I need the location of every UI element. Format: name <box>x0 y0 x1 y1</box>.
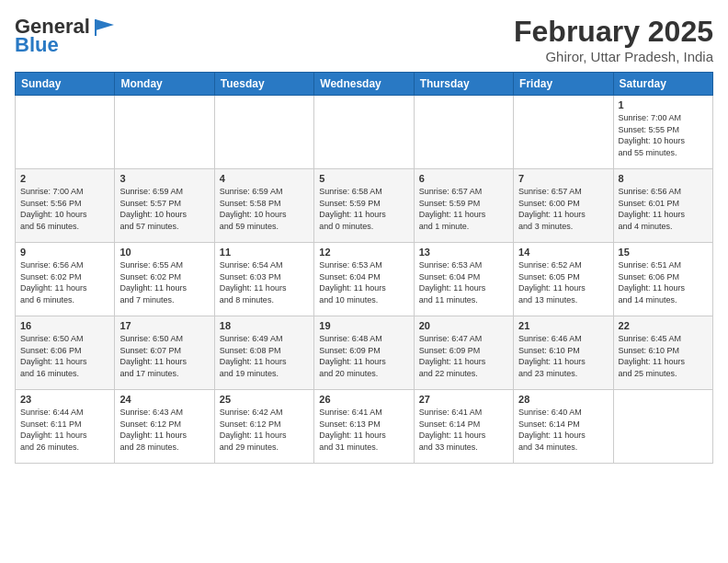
day-number: 7 <box>518 173 608 184</box>
weekday-header-sunday: Sunday <box>16 73 115 96</box>
calendar-day-cell: 9Sunrise: 6:56 AM Sunset: 6:02 PM Daylig… <box>16 243 115 316</box>
calendar-day-cell: 19Sunrise: 6:48 AM Sunset: 6:09 PM Dayli… <box>314 316 414 390</box>
day-info: Sunrise: 6:47 AM Sunset: 6:09 PM Dayligh… <box>419 333 508 379</box>
calendar-subtitle: Ghiror, Uttar Pradesh, India <box>514 49 713 64</box>
calendar-day-cell: 5Sunrise: 6:58 AM Sunset: 5:59 PM Daylig… <box>314 169 414 243</box>
calendar-week-row: 16Sunrise: 6:50 AM Sunset: 6:06 PM Dayli… <box>16 316 713 390</box>
day-info: Sunrise: 6:52 AM Sunset: 6:05 PM Dayligh… <box>518 259 608 305</box>
calendar-day-cell: 16Sunrise: 6:50 AM Sunset: 6:06 PM Dayli… <box>16 316 115 390</box>
calendar-day-cell: 24Sunrise: 6:43 AM Sunset: 6:12 PM Dayli… <box>115 390 214 464</box>
calendar-day-cell: 15Sunrise: 6:51 AM Sunset: 6:06 PM Dayli… <box>613 243 712 316</box>
day-info: Sunrise: 6:44 AM Sunset: 6:11 PM Dayligh… <box>20 407 109 453</box>
day-info: Sunrise: 6:40 AM Sunset: 6:14 PM Dayligh… <box>518 407 608 453</box>
calendar-table: SundayMondayTuesdayWednesdayThursdayFrid… <box>15 72 713 464</box>
calendar-day-cell: 18Sunrise: 6:49 AM Sunset: 6:08 PM Dayli… <box>214 316 313 390</box>
calendar-day-cell: 28Sunrise: 6:40 AM Sunset: 6:14 PM Dayli… <box>514 390 613 464</box>
calendar-day-cell: 26Sunrise: 6:41 AM Sunset: 6:13 PM Dayli… <box>314 390 414 464</box>
day-info: Sunrise: 6:53 AM Sunset: 6:04 PM Dayligh… <box>319 259 408 305</box>
day-info: Sunrise: 6:42 AM Sunset: 6:12 PM Dayligh… <box>220 407 309 453</box>
day-info: Sunrise: 6:57 AM Sunset: 5:59 PM Dayligh… <box>419 186 508 232</box>
day-info: Sunrise: 6:51 AM Sunset: 6:06 PM Dayligh… <box>619 259 708 305</box>
day-number: 18 <box>220 320 309 331</box>
weekday-header-friday: Friday <box>514 73 613 96</box>
day-info: Sunrise: 6:56 AM Sunset: 6:02 PM Dayligh… <box>20 259 109 305</box>
calendar-day-cell: 14Sunrise: 6:52 AM Sunset: 6:05 PM Dayli… <box>514 243 613 316</box>
day-number: 3 <box>119 173 209 184</box>
calendar-week-row: 9Sunrise: 6:56 AM Sunset: 6:02 PM Daylig… <box>16 243 713 316</box>
day-info: Sunrise: 6:57 AM Sunset: 6:00 PM Dayligh… <box>518 186 608 232</box>
day-info: Sunrise: 7:00 AM Sunset: 5:56 PM Dayligh… <box>20 186 109 232</box>
day-info: Sunrise: 6:50 AM Sunset: 6:07 PM Dayligh… <box>119 333 209 379</box>
calendar-day-cell: 8Sunrise: 6:56 AM Sunset: 6:01 PM Daylig… <box>613 169 712 243</box>
day-info: Sunrise: 6:41 AM Sunset: 6:14 PM Dayligh… <box>419 407 508 453</box>
day-number: 8 <box>619 173 708 184</box>
day-info: Sunrise: 6:50 AM Sunset: 6:06 PM Dayligh… <box>20 333 109 379</box>
calendar-day-cell: 2Sunrise: 7:00 AM Sunset: 5:56 PM Daylig… <box>16 169 115 243</box>
calendar-day-cell: 17Sunrise: 6:50 AM Sunset: 6:07 PM Dayli… <box>115 316 214 390</box>
calendar-day-cell: 1Sunrise: 7:00 AM Sunset: 5:55 PM Daylig… <box>613 96 712 169</box>
day-info: Sunrise: 6:48 AM Sunset: 6:09 PM Dayligh… <box>319 333 408 379</box>
calendar-day-cell: 22Sunrise: 6:45 AM Sunset: 6:10 PM Dayli… <box>613 316 712 390</box>
weekday-header-wednesday: Wednesday <box>314 73 414 96</box>
calendar-day-cell: 6Sunrise: 6:57 AM Sunset: 5:59 PM Daylig… <box>414 169 513 243</box>
calendar-week-row: 23Sunrise: 6:44 AM Sunset: 6:11 PM Dayli… <box>16 390 713 464</box>
day-number: 11 <box>220 247 309 258</box>
day-info: Sunrise: 6:54 AM Sunset: 6:03 PM Dayligh… <box>220 259 309 305</box>
day-info: Sunrise: 6:59 AM Sunset: 5:57 PM Dayligh… <box>119 186 209 232</box>
day-number: 13 <box>419 247 508 258</box>
day-number: 2 <box>20 173 109 184</box>
day-number: 26 <box>319 394 408 405</box>
calendar-day-cell: 7Sunrise: 6:57 AM Sunset: 6:00 PM Daylig… <box>514 169 613 243</box>
day-number: 12 <box>319 247 408 258</box>
calendar-title: February 2025 <box>514 15 713 49</box>
day-info: Sunrise: 7:00 AM Sunset: 5:55 PM Dayligh… <box>619 112 708 158</box>
day-number: 21 <box>518 320 608 331</box>
calendar-day-cell <box>514 96 613 169</box>
day-number: 14 <box>518 247 608 258</box>
day-info: Sunrise: 6:43 AM Sunset: 6:12 PM Dayligh… <box>119 407 209 453</box>
calendar-day-cell: 11Sunrise: 6:54 AM Sunset: 6:03 PM Dayli… <box>214 243 313 316</box>
title-block: February 2025 Ghiror, Uttar Pradesh, Ind… <box>514 15 713 64</box>
day-number: 6 <box>419 173 508 184</box>
day-number: 20 <box>419 320 508 331</box>
calendar-day-cell: 12Sunrise: 6:53 AM Sunset: 6:04 PM Dayli… <box>314 243 414 316</box>
weekday-header-monday: Monday <box>115 73 214 96</box>
day-info: Sunrise: 6:56 AM Sunset: 6:01 PM Dayligh… <box>619 186 708 232</box>
calendar-day-cell: 10Sunrise: 6:55 AM Sunset: 6:02 PM Dayli… <box>115 243 214 316</box>
calendar-day-cell: 21Sunrise: 6:46 AM Sunset: 6:10 PM Dayli… <box>514 316 613 390</box>
day-info: Sunrise: 6:53 AM Sunset: 6:04 PM Dayligh… <box>419 259 508 305</box>
day-number: 4 <box>220 173 309 184</box>
calendar-week-row: 2Sunrise: 7:00 AM Sunset: 5:56 PM Daylig… <box>16 169 713 243</box>
day-number: 28 <box>518 394 608 405</box>
weekday-header-tuesday: Tuesday <box>214 73 313 96</box>
logo-blue: Blue <box>15 33 59 57</box>
day-number: 1 <box>619 99 708 110</box>
day-info: Sunrise: 6:41 AM Sunset: 6:13 PM Dayligh… <box>319 407 408 453</box>
day-number: 10 <box>119 247 209 258</box>
svg-marker-0 <box>96 19 114 30</box>
day-info: Sunrise: 6:45 AM Sunset: 6:10 PM Dayligh… <box>619 333 708 379</box>
weekday-header-row: SundayMondayTuesdayWednesdayThursdayFrid… <box>16 73 713 96</box>
day-number: 25 <box>220 394 309 405</box>
day-info: Sunrise: 6:59 AM Sunset: 5:58 PM Dayligh… <box>220 186 309 232</box>
day-number: 24 <box>119 394 209 405</box>
logo: General Blue <box>15 15 118 57</box>
day-number: 17 <box>119 320 209 331</box>
day-number: 9 <box>20 247 109 258</box>
calendar-day-cell: 3Sunrise: 6:59 AM Sunset: 5:57 PM Daylig… <box>115 169 214 243</box>
day-number: 15 <box>619 247 708 258</box>
day-info: Sunrise: 6:55 AM Sunset: 6:02 PM Dayligh… <box>119 259 209 305</box>
day-number: 5 <box>319 173 408 184</box>
calendar-day-cell <box>214 96 313 169</box>
day-number: 27 <box>419 394 508 405</box>
logo-flag-icon <box>92 17 118 36</box>
calendar-day-cell <box>314 96 414 169</box>
calendar-day-cell <box>16 96 115 169</box>
day-number: 16 <box>20 320 109 331</box>
day-number: 23 <box>20 394 109 405</box>
day-info: Sunrise: 6:49 AM Sunset: 6:08 PM Dayligh… <box>220 333 309 379</box>
calendar-day-cell: 25Sunrise: 6:42 AM Sunset: 6:12 PM Dayli… <box>214 390 313 464</box>
calendar-day-cell <box>414 96 513 169</box>
day-info: Sunrise: 6:58 AM Sunset: 5:59 PM Dayligh… <box>319 186 408 232</box>
calendar-day-cell: 4Sunrise: 6:59 AM Sunset: 5:58 PM Daylig… <box>214 169 313 243</box>
